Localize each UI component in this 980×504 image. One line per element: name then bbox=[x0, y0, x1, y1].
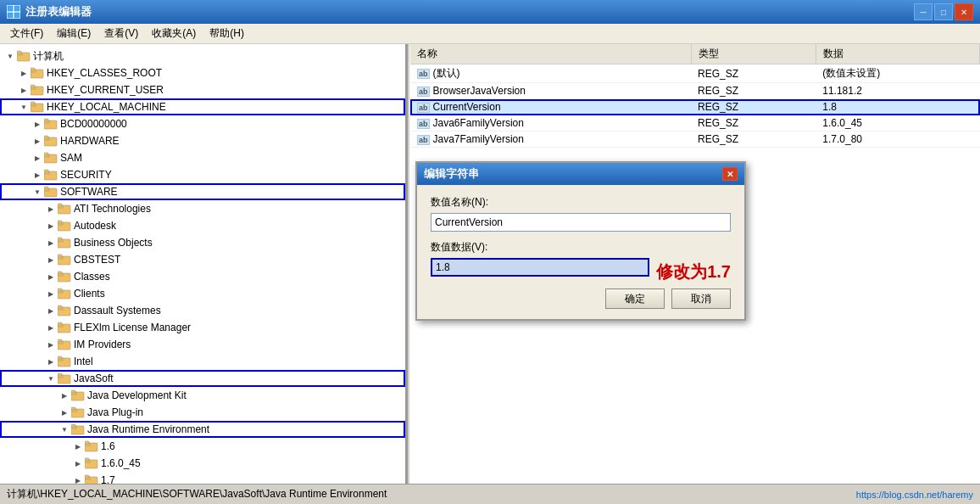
tree-label: Autodesk bbox=[74, 220, 116, 232]
tree-node-jplugin[interactable]: ▶ Java Plug-in bbox=[0, 404, 405, 421]
table-row[interactable]: ab(默认)REG_SZ(数值未设置) bbox=[410, 64, 980, 83]
expand-icon: ▶ bbox=[44, 304, 58, 317]
col-type: 类型 bbox=[691, 44, 816, 64]
tree-label: BCD00000000 bbox=[60, 118, 127, 130]
cell-data: 1.6.0_45 bbox=[816, 115, 979, 132]
tree-node-sam[interactable]: ▶ SAM bbox=[0, 149, 405, 166]
tree-node-ati[interactable]: ▶ ATI Technologies bbox=[0, 200, 405, 217]
svg-rect-78 bbox=[85, 458, 89, 461]
confirm-button[interactable]: 确定 bbox=[605, 288, 665, 309]
dialog-close-button[interactable]: ✕ bbox=[722, 167, 738, 181]
tree-node-computer[interactable]: ▼ 计算机 bbox=[0, 48, 405, 64]
tree-node-jre17[interactable]: ▶ 1.7 bbox=[0, 472, 405, 484]
tree-node-hkcc_root[interactable]: ▶ HKEY_CLASSES_ROOT bbox=[0, 64, 405, 81]
table-row[interactable]: abJava6FamilyVersionREG_SZ1.6.0_45 bbox=[410, 115, 980, 132]
ab-icon: ab bbox=[417, 119, 430, 129]
menu-item[interactable]: 收藏夹(A) bbox=[145, 25, 203, 42]
tree-node-hkcu[interactable]: ▶ HKEY_CURRENT_USER bbox=[0, 81, 405, 98]
title-bar: 注册表编辑器 ─ □ ✕ bbox=[0, 0, 980, 24]
svg-rect-54 bbox=[58, 322, 62, 325]
expand-icon: ▼ bbox=[17, 100, 31, 114]
dialog-buttons: 确定 取消 bbox=[431, 285, 731, 309]
folder-icon bbox=[44, 135, 58, 147]
svg-rect-66 bbox=[71, 390, 75, 393]
expand-icon: ▶ bbox=[71, 473, 85, 484]
tree-label: FLEXlm License Manager bbox=[74, 322, 191, 333]
folder-icon bbox=[31, 84, 44, 96]
cell-data: 1.7.0_80 bbox=[816, 132, 979, 148]
menu-item[interactable]: 编辑(E) bbox=[50, 25, 97, 42]
status-path: 计算机\HKEY_LOCAL_MACHINE\SOFTWARE\JavaSoft… bbox=[7, 487, 387, 501]
tree-label: Business Objects bbox=[74, 237, 153, 249]
expand-icon: ▶ bbox=[17, 83, 31, 97]
menu-item[interactable]: 帮助(H) bbox=[203, 25, 251, 42]
cell-name: abJava7FamilyVersion bbox=[410, 132, 691, 148]
cell-data: (数值未设置) bbox=[816, 64, 979, 83]
tree-node-intel[interactable]: ▶ Intel bbox=[0, 353, 405, 370]
registry-tree[interactable]: ▼ 计算机▶ HKEY_CLASSES_ROOT▶ HKEY_CURRENT_U… bbox=[0, 44, 407, 484]
folder-icon bbox=[58, 237, 71, 249]
name-input[interactable] bbox=[431, 213, 731, 232]
expand-icon: ▶ bbox=[31, 134, 44, 148]
status-url: https://blog.csdn.net/haremy bbox=[856, 490, 973, 500]
tree-label: 计算机 bbox=[33, 49, 64, 64]
edit-string-dialog[interactable]: 编辑字符串 ✕ 数值名称(N): 数值数据(V): 修改为1.7 确定 取消 bbox=[415, 161, 746, 321]
tree-label: SAM bbox=[60, 152, 82, 164]
tree-node-jre16[interactable]: ▶ 1.6 bbox=[0, 438, 405, 455]
expand-icon: ▶ bbox=[71, 456, 85, 470]
maximize-button[interactable]: □ bbox=[934, 3, 953, 20]
folder-icon bbox=[58, 254, 71, 266]
dialog-body: 数值名称(N): 数值数据(V): 修改为1.7 确定 取消 bbox=[417, 185, 744, 319]
tree-label: HARDWARE bbox=[60, 135, 120, 147]
tree-node-dassault[interactable]: ▶ Dassault Systemes bbox=[0, 302, 405, 319]
tree-node-jre1645[interactable]: ▶ 1.6.0_45 bbox=[0, 455, 405, 472]
menu-item[interactable]: 查看(V) bbox=[97, 25, 145, 42]
expand-icon: ▶ bbox=[44, 253, 58, 266]
tree-node-clients[interactable]: ▶ Clients bbox=[0, 285, 405, 302]
tree-node-hardware[interactable]: ▶ HARDWARE bbox=[0, 132, 405, 149]
ab-icon: ab bbox=[417, 103, 430, 113]
ab-icon: ab bbox=[417, 135, 430, 145]
tree-node-bizobj[interactable]: ▶ Business Objects bbox=[0, 234, 405, 251]
menu-item[interactable]: 文件(F) bbox=[3, 25, 50, 42]
table-row[interactable]: abBrowserJavaVersionREG_SZ11.181.2 bbox=[410, 83, 980, 99]
tree-node-bcd[interactable]: ▶ BCD00000000 bbox=[0, 115, 405, 132]
tree-node-improv[interactable]: ▶ IM Providers bbox=[0, 336, 405, 353]
table-row[interactable]: abJava7FamilyVersionREG_SZ1.7.0_80 bbox=[410, 132, 980, 148]
close-button[interactable]: ✕ bbox=[955, 3, 973, 20]
cell-name: abCurrentVersion bbox=[410, 99, 691, 115]
folder-icon bbox=[71, 389, 85, 401]
table-row[interactable]: abCurrentVersionREG_SZ1.8 bbox=[410, 99, 980, 115]
tree-node-jdk[interactable]: ▶ Java Development Kit bbox=[0, 387, 405, 404]
hint-text: 修改为1.7 bbox=[656, 260, 731, 283]
svg-rect-21 bbox=[44, 136, 48, 138]
tree-node-software[interactable]: ▼ SOFTWARE bbox=[0, 183, 405, 200]
data-input[interactable] bbox=[431, 258, 649, 277]
folder-icon bbox=[58, 356, 71, 367]
folder-icon bbox=[58, 339, 71, 350]
tree-label: ATI Technologies bbox=[74, 203, 151, 215]
svg-rect-42 bbox=[58, 255, 62, 257]
svg-rect-45 bbox=[58, 272, 62, 274]
minimize-button[interactable]: ─ bbox=[914, 3, 933, 20]
tree-label: 1.6.0_45 bbox=[101, 457, 141, 469]
tree-node-security[interactable]: ▶ SECURITY bbox=[0, 166, 405, 183]
col-data: 数据 bbox=[816, 44, 979, 64]
expand-icon: ▶ bbox=[44, 202, 58, 216]
svg-rect-15 bbox=[31, 102, 35, 104]
tree-node-cbstest[interactable]: ▶ CBSTEST bbox=[0, 251, 405, 268]
tree-node-hklm[interactable]: ▼ HKEY_LOCAL_MACHINE bbox=[0, 98, 405, 115]
svg-rect-24 bbox=[44, 153, 48, 155]
tree-node-flexlm[interactable]: ▶ FLEXlm License Manager bbox=[0, 319, 405, 336]
cancel-button[interactable]: 取消 bbox=[671, 288, 731, 309]
expand-icon: ▼ bbox=[58, 423, 71, 436]
values-table: 名称 类型 数据 ab(默认)REG_SZ(数值未设置)abBrowserJav… bbox=[410, 44, 980, 148]
tree-node-jre[interactable]: ▼ Java Runtime Environment bbox=[0, 421, 405, 438]
tree-node-javasoft[interactable]: ▼ JavaSoft bbox=[0, 370, 405, 387]
expand-icon: ▶ bbox=[58, 389, 71, 402]
folder-icon bbox=[85, 440, 98, 452]
cell-name: ab(默认) bbox=[410, 64, 691, 83]
tree-node-classes[interactable]: ▶ Classes bbox=[0, 268, 405, 285]
expand-icon: ▶ bbox=[44, 321, 58, 334]
tree-node-autodesk[interactable]: ▶ Autodesk bbox=[0, 217, 405, 234]
